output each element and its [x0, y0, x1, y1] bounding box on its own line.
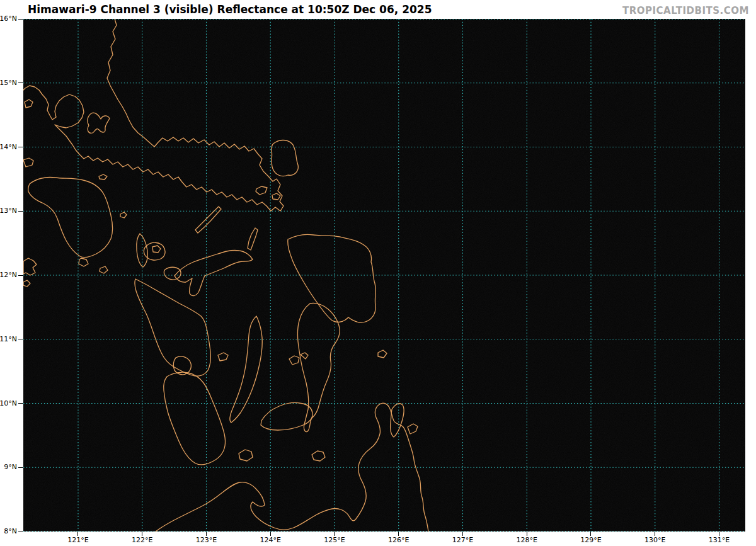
lat-label-13: 13°N: [0, 207, 17, 215]
lat-tick-15: [18, 82, 23, 83]
lat-tick-11: [18, 339, 23, 339]
lon-label-122: 122°E: [123, 536, 161, 544]
lat-tick-13: [18, 211, 23, 212]
lon-label-128: 128°E: [508, 536, 546, 544]
satellite-map-svg: [23, 19, 745, 532]
lon-tick-125: [334, 532, 335, 536]
lon-label-121: 121°E: [59, 536, 97, 544]
lon-tick-127: [462, 532, 463, 536]
tropicaltidbits-watermark: TROPICALTIDBITS.COM: [622, 5, 749, 16]
lon-label-129: 129°E: [572, 536, 610, 544]
lon-label-125: 125°E: [316, 536, 353, 544]
lon-label-123: 123°E: [187, 536, 225, 544]
lon-tick-122: [142, 532, 142, 536]
lat-label-8: 8°N: [0, 527, 17, 535]
lat-tick-8: [18, 532, 23, 532]
lon-tick-123: [206, 532, 207, 536]
lon-tick-126: [398, 532, 399, 536]
lon-tick-129: [590, 532, 591, 536]
satellite-image-viewer: Himawari-9 Channel 3 (visible) Reflectan…: [0, 0, 756, 546]
image-title: Himawari-9 Channel 3 (visible) Reflectan…: [28, 3, 432, 16]
lat-label-9: 9°N: [0, 463, 17, 471]
lon-tick-124: [270, 532, 271, 536]
lat-tick-16: [18, 19, 23, 20]
lon-label-126: 126°E: [380, 536, 418, 544]
lat-label-14: 14°N: [0, 143, 17, 151]
map-canvas: [23, 19, 745, 532]
lat-tick-12: [18, 275, 23, 276]
lat-tick-9: [18, 467, 23, 468]
lon-label-131: 131°E: [700, 536, 738, 544]
lat-label-11: 11°N: [0, 335, 17, 343]
lon-tick-121: [77, 532, 78, 536]
lat-label-16: 16°N: [0, 14, 17, 23]
lon-label-127: 127°E: [444, 536, 481, 544]
lat-label-10: 10°N: [0, 399, 17, 407]
lat-tick-14: [18, 147, 23, 147]
lon-label-124: 124°E: [251, 536, 289, 544]
lat-label-15: 15°N: [0, 79, 17, 87]
lat-label-12: 12°N: [0, 271, 17, 279]
lon-tick-130: [655, 532, 655, 536]
lat-tick-10: [18, 403, 23, 404]
lon-tick-128: [527, 532, 527, 536]
lon-tick-131: [719, 532, 719, 536]
lon-label-130: 130°E: [636, 536, 674, 544]
